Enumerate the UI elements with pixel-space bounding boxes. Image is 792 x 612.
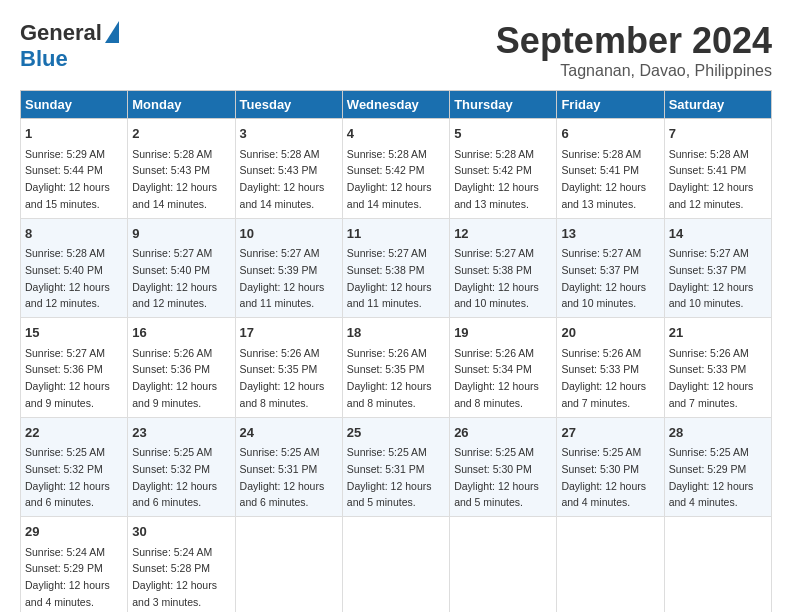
calendar-cell (557, 517, 664, 613)
calendar-cell: 21Sunrise: 5:26 AMSunset: 5:33 PMDayligh… (664, 318, 771, 418)
day-number: 2 (132, 124, 230, 144)
calendar-cell: 6Sunrise: 5:28 AMSunset: 5:41 PMDaylight… (557, 119, 664, 219)
week-row-2: 8Sunrise: 5:28 AMSunset: 5:40 PMDaylight… (21, 218, 772, 318)
calendar-cell: 2Sunrise: 5:28 AMSunset: 5:43 PMDaylight… (128, 119, 235, 219)
sunset-text: Sunset: 5:37 PM (669, 264, 747, 276)
sunset-text: Sunset: 5:40 PM (25, 264, 103, 276)
calendar-cell: 4Sunrise: 5:28 AMSunset: 5:42 PMDaylight… (342, 119, 449, 219)
calendar-cell: 25Sunrise: 5:25 AMSunset: 5:31 PMDayligh… (342, 417, 449, 517)
calendar-cell (235, 517, 342, 613)
calendar-cell: 14Sunrise: 5:27 AMSunset: 5:37 PMDayligh… (664, 218, 771, 318)
col-header-sunday: Sunday (21, 91, 128, 119)
sunrise-text: Sunrise: 5:26 AM (347, 347, 427, 359)
day-number: 26 (454, 423, 552, 443)
calendar-cell: 5Sunrise: 5:28 AMSunset: 5:42 PMDaylight… (450, 119, 557, 219)
daylight-text: Daylight: 12 hours and 11 minutes. (347, 281, 432, 310)
daylight-text: Daylight: 12 hours and 5 minutes. (454, 480, 539, 509)
daylight-text: Daylight: 12 hours and 6 minutes. (25, 480, 110, 509)
daylight-text: Daylight: 12 hours and 8 minutes. (454, 380, 539, 409)
daylight-text: Daylight: 12 hours and 6 minutes. (132, 480, 217, 509)
day-number: 5 (454, 124, 552, 144)
day-number: 1 (25, 124, 123, 144)
daylight-text: Daylight: 12 hours and 12 minutes. (669, 181, 754, 210)
sunrise-text: Sunrise: 5:28 AM (669, 148, 749, 160)
sunrise-text: Sunrise: 5:26 AM (454, 347, 534, 359)
calendar-cell (664, 517, 771, 613)
col-header-friday: Friday (557, 91, 664, 119)
day-number: 8 (25, 224, 123, 244)
sunset-text: Sunset: 5:40 PM (132, 264, 210, 276)
daylight-text: Daylight: 12 hours and 14 minutes. (132, 181, 217, 210)
sunrise-text: Sunrise: 5:27 AM (347, 247, 427, 259)
page-subtitle: Tagnanan, Davao, Philippines (496, 62, 772, 80)
daylight-text: Daylight: 12 hours and 12 minutes. (25, 281, 110, 310)
calendar-cell: 10Sunrise: 5:27 AMSunset: 5:39 PMDayligh… (235, 218, 342, 318)
col-header-saturday: Saturday (664, 91, 771, 119)
sunset-text: Sunset: 5:43 PM (132, 164, 210, 176)
calendar-cell: 3Sunrise: 5:28 AMSunset: 5:43 PMDaylight… (235, 119, 342, 219)
daylight-text: Daylight: 12 hours and 11 minutes. (240, 281, 325, 310)
sunrise-text: Sunrise: 5:26 AM (561, 347, 641, 359)
day-number: 9 (132, 224, 230, 244)
page-title: September 2024 (496, 20, 772, 62)
day-number: 24 (240, 423, 338, 443)
calendar-cell: 20Sunrise: 5:26 AMSunset: 5:33 PMDayligh… (557, 318, 664, 418)
col-header-wednesday: Wednesday (342, 91, 449, 119)
day-number: 28 (669, 423, 767, 443)
daylight-text: Daylight: 12 hours and 4 minutes. (669, 480, 754, 509)
sunset-text: Sunset: 5:44 PM (25, 164, 103, 176)
day-number: 15 (25, 323, 123, 343)
daylight-text: Daylight: 12 hours and 7 minutes. (669, 380, 754, 409)
col-header-tuesday: Tuesday (235, 91, 342, 119)
sunset-text: Sunset: 5:29 PM (25, 562, 103, 574)
calendar-cell: 15Sunrise: 5:27 AMSunset: 5:36 PMDayligh… (21, 318, 128, 418)
day-number: 6 (561, 124, 659, 144)
sunset-text: Sunset: 5:30 PM (454, 463, 532, 475)
daylight-text: Daylight: 12 hours and 4 minutes. (561, 480, 646, 509)
day-number: 4 (347, 124, 445, 144)
sunrise-text: Sunrise: 5:28 AM (454, 148, 534, 160)
day-number: 14 (669, 224, 767, 244)
daylight-text: Daylight: 12 hours and 8 minutes. (240, 380, 325, 409)
day-number: 18 (347, 323, 445, 343)
sunset-text: Sunset: 5:35 PM (240, 363, 318, 375)
day-number: 21 (669, 323, 767, 343)
sunrise-text: Sunrise: 5:25 AM (561, 446, 641, 458)
day-number: 20 (561, 323, 659, 343)
calendar-cell: 30Sunrise: 5:24 AMSunset: 5:28 PMDayligh… (128, 517, 235, 613)
sunrise-text: Sunrise: 5:27 AM (669, 247, 749, 259)
sunset-text: Sunset: 5:31 PM (240, 463, 318, 475)
day-number: 29 (25, 522, 123, 542)
daylight-text: Daylight: 12 hours and 7 minutes. (561, 380, 646, 409)
sunset-text: Sunset: 5:29 PM (669, 463, 747, 475)
sunrise-text: Sunrise: 5:25 AM (347, 446, 427, 458)
calendar-cell: 7Sunrise: 5:28 AMSunset: 5:41 PMDaylight… (664, 119, 771, 219)
calendar-cell: 24Sunrise: 5:25 AMSunset: 5:31 PMDayligh… (235, 417, 342, 517)
logo-triangle-icon (105, 21, 119, 43)
calendar-cell: 19Sunrise: 5:26 AMSunset: 5:34 PMDayligh… (450, 318, 557, 418)
sunrise-text: Sunrise: 5:28 AM (561, 148, 641, 160)
sunrise-text: Sunrise: 5:28 AM (25, 247, 105, 259)
calendar-cell: 29Sunrise: 5:24 AMSunset: 5:29 PMDayligh… (21, 517, 128, 613)
calendar-cell: 12Sunrise: 5:27 AMSunset: 5:38 PMDayligh… (450, 218, 557, 318)
sunrise-text: Sunrise: 5:28 AM (347, 148, 427, 160)
sunset-text: Sunset: 5:35 PM (347, 363, 425, 375)
logo-blue-text: Blue (20, 46, 68, 71)
col-header-monday: Monday (128, 91, 235, 119)
daylight-text: Daylight: 12 hours and 9 minutes. (132, 380, 217, 409)
sunset-text: Sunset: 5:28 PM (132, 562, 210, 574)
calendar-cell: 28Sunrise: 5:25 AMSunset: 5:29 PMDayligh… (664, 417, 771, 517)
sunrise-text: Sunrise: 5:25 AM (132, 446, 212, 458)
day-number: 11 (347, 224, 445, 244)
header-row: SundayMondayTuesdayWednesdayThursdayFrid… (21, 91, 772, 119)
calendar-cell (342, 517, 449, 613)
calendar-cell: 26Sunrise: 5:25 AMSunset: 5:30 PMDayligh… (450, 417, 557, 517)
day-number: 13 (561, 224, 659, 244)
sunrise-text: Sunrise: 5:28 AM (132, 148, 212, 160)
day-number: 12 (454, 224, 552, 244)
header: General Blue September 2024 Tagnanan, Da… (20, 20, 772, 80)
sunrise-text: Sunrise: 5:26 AM (669, 347, 749, 359)
sunset-text: Sunset: 5:31 PM (347, 463, 425, 475)
sunset-text: Sunset: 5:36 PM (25, 363, 103, 375)
sunrise-text: Sunrise: 5:27 AM (454, 247, 534, 259)
